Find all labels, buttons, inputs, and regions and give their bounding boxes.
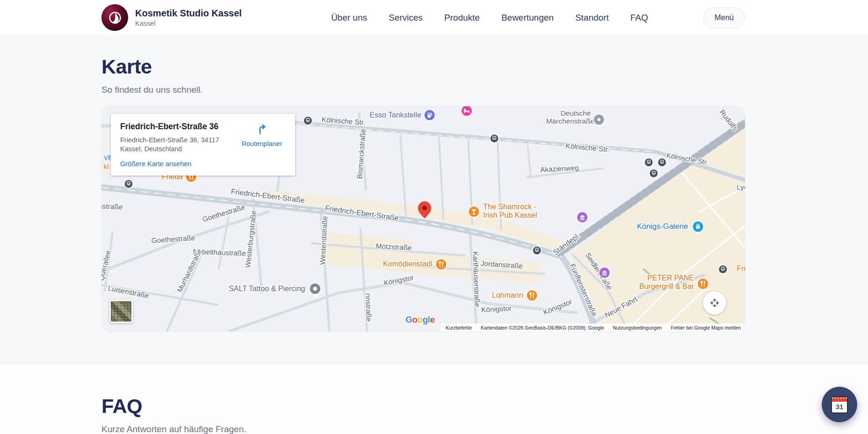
map-label: Esso Tankstelle [369,111,421,119]
transit-stop-icon[interactable] [490,134,499,143]
map-label: SALT Tattoo & Piercing [229,285,305,293]
keyboard-shortcuts-link[interactable]: Kurzbefehle [446,325,472,331]
map-label: Deutsche [560,109,591,117]
directions-label: Routenplaner [236,140,288,147]
transit-stop-icon[interactable] [658,158,666,167]
report-error-link[interactable]: Fehler bei Google Maps melden [671,325,741,331]
map-label: kl [104,162,109,170]
expand-arrows-icon [709,297,720,309]
transit-stop-icon[interactable] [718,265,727,274]
map-section: Karte So findest du uns schnell. Kölnisc… [0,36,868,331]
faq-section-title: FAQ [101,395,745,418]
map-label: PETER PANE [647,274,694,282]
map-label: Königs-Galerie [637,222,688,231]
nav-link-2[interactable]: Services [389,13,423,23]
google-logo[interactable]: Google [405,315,434,325]
satellite-view-thumbnail[interactable] [109,300,133,323]
nav-link-3[interactable]: Produkte [444,13,480,23]
map-attribution: Kurzbefehle Kartendaten ©2026 GeoBasis-D… [441,324,745,331]
brand-subtitle: Kassel [135,20,242,27]
nav-link-6[interactable]: FAQ [630,13,648,23]
transit-stop-icon[interactable] [304,116,312,125]
map-info-card: Friedrich-Ebert-Straße 36 Friedrich-Eber… [111,114,295,176]
booking-calendar-button[interactable]: 31 [822,387,857,422]
directions-button[interactable]: Routenplaner [236,123,288,147]
map-label: Irish Pub Kassel [483,211,537,219]
nav-link-4[interactable]: Bewertungen [501,13,554,23]
faq-section-subtitle: Kurze Antworten auf häufige Fragen. [101,424,745,434]
calendar-icon: 31 [831,396,848,413]
map-label: astraße [101,202,123,211]
header: Kosmetik Studio Kassel Kassel Über unsSe… [0,0,868,36]
directions-icon [256,123,268,136]
map-label: Lohmann [492,291,523,299]
transit-stop-icon[interactable] [644,158,653,167]
map-section-title: Karte [101,55,745,78]
nav-link-1[interactable]: Über uns [331,13,367,23]
map-section-subtitle: So findest du uns schnell. [101,85,745,95]
fullscreen-button[interactable] [703,291,726,315]
google-map[interactable]: Kölnische Str.Kölnische Str.Kölnische St… [101,106,745,331]
transit-stop-icon[interactable] [124,179,133,188]
brand-logo-icon [101,4,128,31]
brand-title: Kosmetik Studio Kassel [135,8,242,19]
larger-map-link[interactable]: Größere Karte ansehen [120,160,191,168]
map-label: Fri [737,265,745,272]
transit-stop-icon[interactable] [533,246,542,255]
map-label: nnstraße [364,293,373,322]
map-label: The Shamrock - [483,203,536,211]
map-label: Lyce [737,183,745,191]
nav-link-5[interactable]: Standort [575,13,609,23]
faq-section: FAQ Kurze Antworten auf häufige Fragen. [0,363,868,434]
map-data-attribution: Kartendaten ©2026 GeoBasis-DE/BKG (©2009… [481,325,604,331]
map-card-address: Friedrich-Ebert-Straße 36, 34117 Kassel,… [120,136,223,154]
transit-stop-icon[interactable] [649,169,658,178]
terms-link[interactable]: Nutzungsbedingungen [613,325,662,331]
map-label: Königstor [481,304,512,314]
menu-button[interactable]: Menü [703,7,745,28]
map-label: Komödienstadl [383,260,433,268]
brand[interactable]: Kosmetik Studio Kassel Kassel [101,4,242,31]
main-nav: Über unsServicesProdukteBewertungenStand… [331,13,648,23]
map-label: Burgergrill & Bar [639,282,694,290]
